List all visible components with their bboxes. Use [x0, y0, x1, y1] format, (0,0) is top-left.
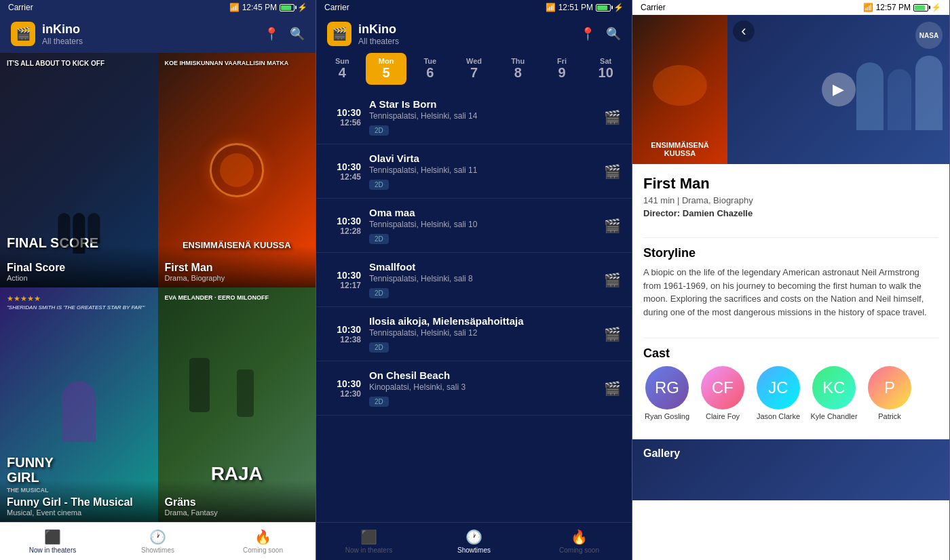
nav-coming-soon-1[interactable]: 🔥 Coming soon [210, 523, 316, 560]
movie-detail-title: First Man [643, 175, 938, 193]
date-tab-sun[interactable]: Sun 4 [322, 53, 363, 85]
divider-2 [643, 338, 938, 338]
showtime-time-1: 10:30 12:45 [327, 161, 361, 182]
movie-card-first-man[interactable]: KOE IHMISKUNNAN VAARALLISIN MATKA ENSIMM… [158, 53, 316, 287]
bottom-nav-1: ⬛ Now in theaters 🕐 Showtimes 🔥 Coming s… [0, 522, 316, 560]
search-icon-2[interactable]: 🔍 [606, 26, 621, 41]
nav-icon-showtimes-1: 🕐 [149, 529, 166, 545]
showtime-time-4: 10:30 12:38 [327, 324, 361, 344]
poster-circle-inner-2 [220, 153, 254, 187]
nav-icon-showtimes-2: 🕐 [466, 529, 482, 545]
showtime-info-2: Oma maa Tennispalatsi, Helsinki, sali 10… [369, 207, 596, 244]
cast-list: RG Ryan Gosling CF Claire Foy JC Jason C… [643, 366, 938, 420]
showtime-info-1: Olavi Virta Tennispalatsi, Helsinki, sal… [369, 153, 596, 190]
location-icon-1[interactable]: 📍 [264, 26, 279, 41]
date-tab-wed[interactable]: Wed 7 [453, 53, 495, 85]
cast-name-claire-foy: Claire Foy [706, 412, 740, 420]
nav-icon-theaters-1: ⬛ [44, 529, 61, 545]
showtime-item-5[interactable]: 10:30 12:30 On Chesil Beach Kinopalatsi,… [316, 361, 632, 416]
showtime-info-3: Smallfoot Tennispalatsi, Helsinki, sali … [369, 261, 596, 298]
date-tabs: Sun 4 Mon 5 Tue 6 Wed 7 Thu 8 Fri 9 Sat … [316, 53, 632, 90]
date-tab-tue[interactable]: Tue 6 [409, 53, 451, 85]
storyline-heading: Storyline [643, 246, 938, 260]
nav-now-in-theaters-2[interactable]: ⬛ Now in theaters [316, 523, 421, 560]
date-num-mon: 5 [383, 65, 390, 81]
poster-stars-3: ★★★★★ [7, 294, 151, 303]
detail-hero: ENSIMMÄISENÄ KUUSSA NASA ▶ ‹ [632, 15, 949, 164]
charge-icon-3: ⚡ [931, 3, 941, 12]
time-2: 12:51 PM [558, 3, 593, 12]
showtimes-list: 10:30 12:56 A Star Is Born Tennispalatsi… [316, 90, 632, 522]
date-day-mon: Mon [379, 57, 394, 65]
location-icon-2[interactable]: 📍 [580, 26, 595, 41]
app-header-left-2: 🎬 inKino All theaters [327, 22, 399, 46]
nav-icon-theaters-2: ⬛ [360, 529, 377, 545]
date-num-tue: 6 [426, 65, 434, 81]
showtime-info-4: Ilosia aikoja, Mielensäpahoittaja Tennis… [369, 315, 596, 353]
header-icons-1[interactable]: 📍 🔍 [264, 26, 305, 41]
nav-label-coming-1: Coming soon [243, 546, 283, 554]
movie-title-2: First Man [165, 262, 309, 274]
carrier-2: Carrier [324, 3, 349, 12]
cast-section: Cast RG Ryan Gosling CF Claire Foy JC Ja… [632, 346, 949, 428]
movie-card-funny-girl[interactable]: ★★★★★ "SHERIDAN SMITH IS 'THE GREATEST S… [0, 287, 158, 522]
back-button[interactable]: ‹ [733, 20, 755, 42]
cast-item-ryan-gosling[interactable]: RG Ryan Gosling [643, 366, 691, 420]
showtime-item-2[interactable]: 10:30 12:28 Oma maa Tennispalatsi, Helsi… [316, 199, 632, 253]
movie-detail-meta: 141 min | Drama, Biography [643, 195, 938, 205]
avatar-bg-claire-foy: CF [701, 366, 744, 409]
wifi-icon-3: 📶 [863, 3, 873, 12]
date-day-tue: Tue [423, 57, 436, 65]
cast-name-ryan-gosling: Ryan Gosling [645, 412, 689, 420]
avatar-bg-jason-clarke: JC [757, 366, 800, 409]
avatar-bg-ryan-gosling: RG [645, 366, 689, 409]
poster-figure-4b [237, 369, 254, 417]
date-tab-fri[interactable]: Fri 9 [542, 53, 583, 85]
movie-detail-director: Director: Damien Chazelle [643, 208, 938, 218]
showtime-icon-1: 🎬 [604, 163, 621, 180]
movie-card-grans[interactable]: EVA MELANDER · EERO MILONOFF RAJA Gräns … [158, 287, 316, 522]
movie-overlay-2: First Man Drama, Biography [158, 245, 316, 287]
showtime-item-1[interactable]: 10:30 12:45 Olavi Virta Tennispalatsi, H… [316, 144, 632, 199]
cast-avatar-ryan-gosling: RG [645, 366, 689, 409]
bottom-nav-2: ⬛ Now in theaters 🕐 Showtimes 🔥 Coming s… [316, 522, 632, 560]
showtime-item-0[interactable]: 10:30 12:56 A Star Is Born Tennispalatsi… [316, 90, 632, 144]
nav-coming-soon-2[interactable]: 🔥 Coming soon [527, 523, 632, 560]
time-1: 12:45 PM [242, 3, 277, 12]
nav-showtimes-1[interactable]: 🕐 Showtimes [105, 523, 210, 560]
date-day-fri: Fri [557, 57, 567, 65]
nav-showtimes-2[interactable]: 🕐 Showtimes [421, 523, 527, 560]
header-icons-2[interactable]: 📍 🔍 [580, 26, 621, 41]
cast-item-kyle-chandler[interactable]: KC Kyle Chandler [810, 366, 858, 420]
movie-genre-1: Action [7, 274, 151, 282]
date-tab-sat[interactable]: Sat 10 [585, 53, 626, 85]
cast-item-claire-foy[interactable]: CF Claire Foy [699, 366, 746, 420]
showtime-time-3: 10:30 12:17 [327, 270, 361, 290]
showtime-icon-5: 🎬 [604, 380, 621, 397]
screen-now-in-theaters: Carrier 📶 12:45 PM ⚡ 🎬 inKino All theate… [0, 0, 316, 560]
charge-icon-1: ⚡ [297, 3, 307, 12]
date-tab-mon[interactable]: Mon 5 [366, 53, 407, 85]
nav-icon-coming-1: 🔥 [254, 529, 271, 545]
poster-figure-4a [189, 358, 210, 412]
cast-item-patrick[interactable]: P Patrick [866, 366, 913, 420]
showtime-time-5: 10:30 12:30 [327, 378, 361, 399]
nav-now-in-theaters-1[interactable]: ⬛ Now in theaters [0, 523, 105, 560]
showtime-item-4[interactable]: 10:30 12:38 Ilosia aikoja, Mielensäpahoi… [316, 307, 632, 361]
showtime-item-3[interactable]: 10:30 12:17 Smallfoot Tennispalatsi, Hel… [316, 253, 632, 307]
gallery-heading: Gallery [643, 447, 680, 460]
cast-heading: Cast [643, 346, 938, 361]
charge-icon-2: ⚡ [613, 3, 624, 12]
play-button[interactable]: ▶ [822, 73, 856, 106]
cast-item-jason-clarke[interactable]: JC Jason Clarke [755, 366, 802, 420]
status-bar-2: Carrier 📶 12:51 PM ⚡ [316, 0, 632, 15]
movie-genre-3: Musical, Event cinema [7, 508, 151, 517]
date-tab-thu[interactable]: Thu 8 [497, 53, 539, 85]
movie-card-final-score[interactable]: IT'S ALL ABOUT TO KICK OFF FINAL SCORE F… [0, 53, 158, 287]
battery-2 [596, 4, 611, 12]
cast-avatar-claire-foy: CF [701, 366, 744, 409]
app-title-group-2: inKino All theaters [358, 22, 399, 46]
app-title-1: inKino [42, 22, 83, 37]
search-icon-1[interactable]: 🔍 [290, 26, 305, 41]
cast-name-jason-clarke: Jason Clarke [757, 412, 800, 420]
